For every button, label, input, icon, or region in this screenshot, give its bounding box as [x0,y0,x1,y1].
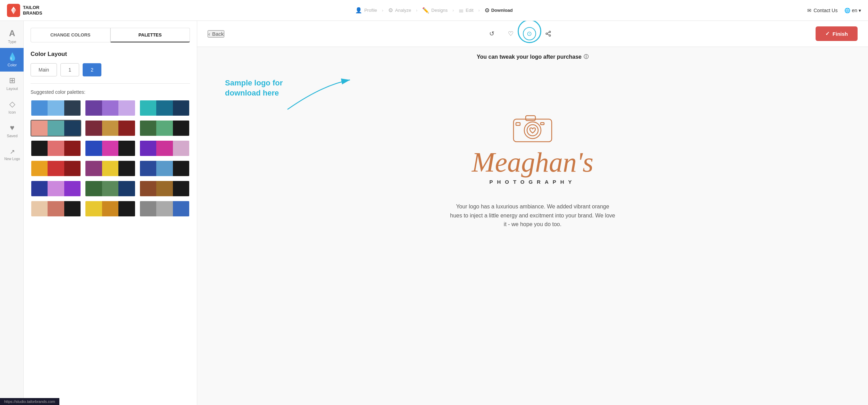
arrow-annotation [218,64,392,134]
profile-icon: 👤 [355,7,362,14]
tab-palettes[interactable]: PALETTES [110,28,190,42]
contact-us-button[interactable]: ✉ Contact Us [807,8,837,13]
type-icon: A [9,28,15,38]
chevron-2: › [416,8,417,13]
palette-item-p2[interactable] [85,100,135,116]
logo[interactable]: TAILOR BRANDS [7,4,42,17]
sidebar-item-color[interactable]: 💧 Color [0,48,24,72]
checkmark-icon: ✓ [825,31,830,37]
svg-line-4 [547,34,549,35]
palette-item-p11[interactable] [85,160,135,177]
logo-display: Meaghan's PHOTOGRAPHY Your logo has a lu… [449,109,616,229]
heart-icon: ♥ [10,123,14,132]
envelope-icon: ✉ [807,8,811,13]
chevron-down-icon: ▾ [859,8,861,13]
palette-item-p16[interactable] [31,200,81,217]
palette-item-p17[interactable] [85,200,135,217]
palette-item-p3[interactable] [139,100,190,116]
nav-steps: 👤 Profile › ⚙ Analyze › ✏️ Designs › ⚌ E… [352,6,516,15]
nav-step-designs[interactable]: ✏️ Designs [419,6,451,15]
camera-logo-icon [510,109,555,144]
palette-item-p14[interactable] [85,180,135,197]
svg-point-1 [549,31,551,33]
color-layout-2[interactable]: 2 [83,63,101,76]
chevron-1: › [382,8,383,13]
finish-button[interactable]: ✓ Finish [816,26,858,41]
palette-row [31,160,190,177]
color-swatch [31,181,48,196]
favorite-button[interactable]: ♡ [504,27,517,40]
nav-step-profile[interactable]: 👤 Profile [352,6,381,15]
color-swatch [156,121,173,136]
palette-item-p15[interactable] [139,180,190,197]
svg-rect-12 [541,123,544,125]
left-panel: CHANGE COLORS PALETTES Color Layout Main… [24,21,197,405]
palette-item-p18[interactable] [139,200,190,217]
nav-right: ✉ Contact Us 🌐 en ▾ [807,8,861,13]
svg-line-5 [547,32,549,33]
palette-item-p12[interactable] [139,160,190,177]
color-swatch [64,181,81,196]
logo-description: Your logo has a luxurious ambiance. We a… [449,202,616,229]
undo-button[interactable]: ↺ [485,27,499,40]
color-layout-main[interactable]: Main [31,63,57,76]
back-button[interactable]: ‹ Back [208,30,224,38]
sidebar-item-type[interactable]: A Type [0,24,24,48]
sidebar-item-icon[interactable]: ◇ Icon [0,95,24,119]
color-swatch [102,181,118,196]
color-swatch [173,201,189,216]
color-swatch [48,100,64,116]
palette-row [31,140,190,157]
tab-change-colors[interactable]: CHANGE COLORS [31,28,110,42]
right-content: ‹ Back ↺ ♡ ⊙ ✓ Finish [197,21,868,405]
color-layout-1[interactable]: 1 [60,63,79,76]
color-swatch [85,100,102,116]
divider [31,83,190,84]
color-layout-title: Color Layout [31,51,190,58]
sidebar-icons: A Type 💧 Color ⊞ Layout ◇ Icon ♥ Saved ↗… [0,21,24,405]
nav-step-analyze[interactable]: ⚙ Analyze [385,6,415,15]
palette-item-p6[interactable] [139,120,190,137]
color-swatch [102,141,118,156]
palette-item-p8[interactable] [85,140,135,157]
color-swatch [173,100,189,116]
color-swatch [118,201,135,216]
content-topbar: ‹ Back ↺ ♡ ⊙ ✓ Finish [197,21,868,47]
palette-item-p1[interactable] [31,100,81,116]
info-icon: ⓘ [584,54,589,60]
layout-icon: ⊞ [9,76,15,85]
color-swatch [140,181,156,196]
color-swatch [85,121,102,136]
sidebar-item-saved[interactable]: ♥ Saved [0,119,24,142]
color-swatch [31,121,48,136]
nav-step-edit[interactable]: ⚌ Edit [455,6,477,15]
chevron-4: › [478,8,480,13]
palette-item-p5[interactable] [85,120,135,137]
color-swatch [156,201,173,216]
share-icon: ↗ [10,148,15,156]
palette-item-p7[interactable] [31,140,81,157]
palette-row [31,120,190,137]
color-swatch [85,181,102,196]
palette-item-p13[interactable] [31,180,81,197]
color-swatch [102,121,118,136]
preview-button[interactable]: ⊙ [523,27,536,40]
color-swatch [48,181,64,196]
back-arrow-icon: ‹ [208,31,210,37]
color-swatch [48,121,64,136]
nav-step-download[interactable]: ⊙ Download [481,6,516,15]
language-selector[interactable]: 🌐 en ▾ [844,8,861,13]
sidebar-item-layout[interactable]: ⊞ Layout [0,72,24,95]
analyze-icon: ⚙ [388,7,393,14]
palette-item-p9[interactable] [139,140,190,157]
sidebar-item-new-logo[interactable]: ↗ New Logo [0,142,24,166]
color-swatch [156,181,173,196]
share-button[interactable] [542,27,555,40]
panel-tabs: CHANGE COLORS PALETTES [31,28,190,42]
color-layout-buttons: Main 1 2 [31,63,190,76]
palette-item-p4[interactable] [31,120,81,137]
palette-item-p10[interactable] [31,160,81,177]
color-swatch [118,181,135,196]
color-swatch [64,121,81,136]
color-swatch [31,100,48,116]
